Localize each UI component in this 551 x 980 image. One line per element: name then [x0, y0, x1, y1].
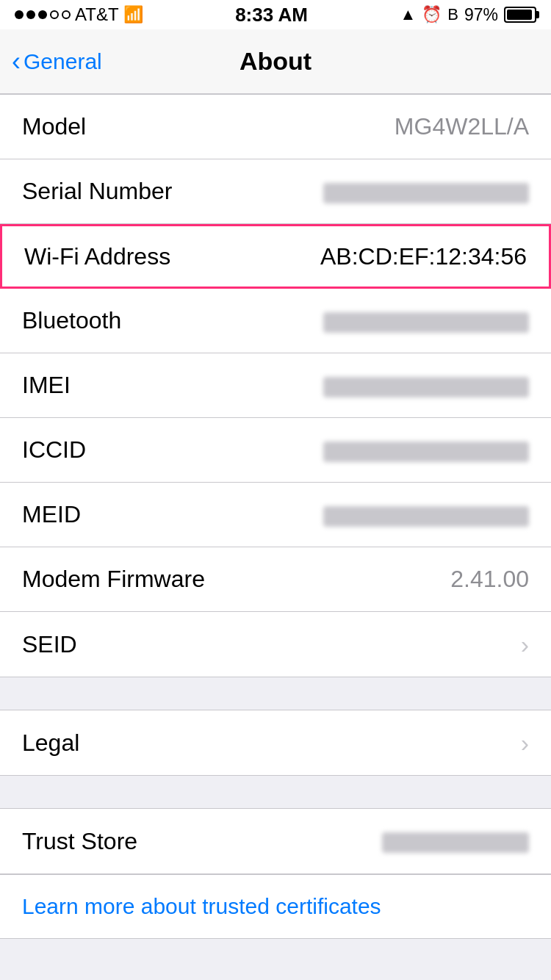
imei-label: IMEI	[22, 372, 71, 399]
meid-row: MEID	[0, 483, 551, 547]
bluetooth-label: Bluetooth	[22, 307, 121, 334]
legal-chevron-icon: ›	[521, 729, 529, 757]
group-spacer-1	[0, 677, 551, 710]
trust-store-section: Trust Store	[0, 808, 551, 874]
main-settings-section: Model MG4W2LL/A Serial Number Wi-Fi Addr…	[0, 94, 551, 677]
chevron-left-icon: ‹	[12, 46, 21, 77]
location-icon: ▲	[400, 5, 416, 24]
modem-firmware-row: Modem Firmware 2.41.00	[0, 547, 551, 612]
battery-percent: 97%	[464, 5, 498, 25]
seid-chevron-icon: ›	[521, 630, 529, 659]
status-time: 8:33 AM	[235, 4, 308, 26]
serial-number-label: Serial Number	[22, 178, 173, 205]
trust-store-row: Trust Store	[0, 809, 551, 873]
model-value: MG4W2LL/A	[395, 113, 529, 140]
modem-firmware-label: Modem Firmware	[22, 566, 205, 593]
back-button[interactable]: ‹ General	[0, 46, 102, 77]
imei-redacted	[323, 377, 529, 397]
carrier-label: AT&T	[75, 4, 119, 25]
meid-redacted	[323, 506, 529, 527]
wifi-address-label: Wi-Fi Address	[24, 243, 170, 270]
status-right: ▲ ⏰ B 97%	[400, 5, 536, 25]
battery-icon	[504, 7, 536, 23]
bluetooth-redacted	[323, 312, 529, 333]
serial-number-value	[323, 178, 529, 205]
trust-store-redacted	[382, 832, 529, 853]
legal-label: Legal	[22, 729, 79, 757]
status-bar: AT&T 📶 8:33 AM ▲ ⏰ B 97%	[0, 0, 551, 29]
seid-label: SEID	[22, 631, 77, 658]
back-label: General	[24, 49, 102, 74]
legal-section: Legal ›	[0, 710, 551, 776]
nav-bar: ‹ General About	[0, 29, 551, 94]
status-left: AT&T 📶	[15, 4, 143, 25]
signal-icon	[15, 10, 71, 19]
serial-number-redacted	[323, 183, 529, 203]
modem-firmware-value: 2.41.00	[450, 566, 529, 593]
iccid-redacted	[323, 442, 529, 462]
wifi-address-row: Wi-Fi Address AB:CD:EF:12:34:56	[0, 224, 551, 289]
bluetooth-row: Bluetooth	[0, 289, 551, 353]
meid-label: MEID	[22, 501, 81, 528]
serial-number-row: Serial Number	[0, 159, 551, 224]
trusted-certs-link-row[interactable]: Learn more about trusted certificates	[0, 874, 551, 939]
model-label: Model	[22, 113, 86, 140]
group-spacer-2	[0, 776, 551, 808]
imei-row: IMEI	[0, 353, 551, 418]
meid-value	[323, 501, 529, 528]
bluetooth-icon: B	[447, 5, 458, 24]
iccid-value	[323, 436, 529, 464]
trusted-certs-link[interactable]: Learn more about trusted certificates	[22, 894, 381, 919]
iccid-row: ICCID	[0, 418, 551, 483]
imei-value	[323, 372, 529, 399]
iccid-label: ICCID	[22, 436, 86, 464]
trust-store-label: Trust Store	[22, 828, 137, 855]
model-row: Model MG4W2LL/A	[0, 95, 551, 159]
bluetooth-value	[323, 307, 529, 334]
battery-fill	[507, 10, 532, 20]
legal-row[interactable]: Legal ›	[0, 710, 551, 775]
seid-row[interactable]: SEID ›	[0, 612, 551, 677]
trust-store-value	[382, 828, 529, 855]
alarm-icon: ⏰	[422, 5, 442, 24]
wifi-address-value: AB:CD:EF:12:34:56	[320, 243, 527, 270]
wifi-icon: 📶	[123, 5, 143, 24]
